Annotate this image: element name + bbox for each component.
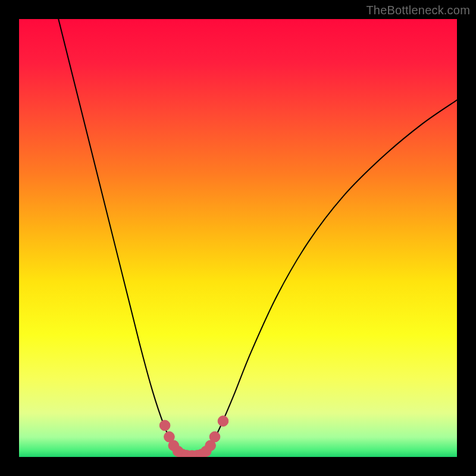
marker-dot: [209, 431, 220, 442]
curve-path: [58, 19, 457, 456]
watermark-text: TheBottleneck.com: [366, 4, 470, 17]
plot-area: [19, 19, 457, 457]
bottleneck-curve: [19, 19, 457, 457]
marker-dot: [159, 420, 170, 431]
chart-frame: TheBottleneck.com: [0, 0, 476, 476]
marker-dot: [218, 416, 228, 427]
